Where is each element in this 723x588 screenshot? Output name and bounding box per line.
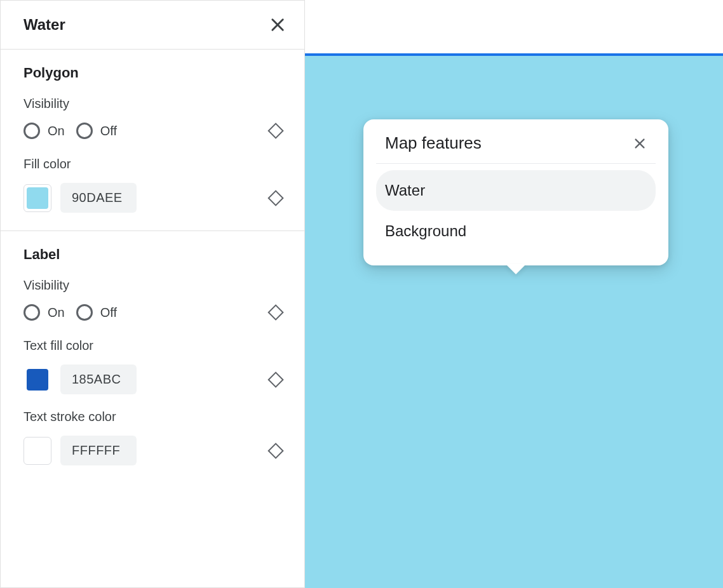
map-area: Map features Water Background	[305, 0, 723, 588]
radio-off-label: Off	[100, 124, 117, 138]
radio-on-label: On	[48, 305, 65, 320]
section-label-title: Label	[24, 246, 281, 263]
polygon-visibility-radios: On Off	[24, 123, 117, 139]
radio-icon	[76, 304, 93, 321]
radio-icon	[76, 123, 93, 139]
text-fill-color-label: Text fill color	[24, 338, 281, 353]
label-visibility-row: On Off	[24, 304, 281, 321]
section-polygon: Polygon Visibility On Off Fill color	[1, 50, 304, 231]
popup-title: Map features	[385, 133, 482, 153]
text-fill-color-row: 185ABC	[24, 364, 281, 394]
radio-off-label: Off	[100, 305, 117, 320]
map-features-popup: Map features Water Background	[363, 119, 668, 265]
polygon-fill-color-row: 90DAEE	[24, 183, 281, 213]
color-swatch-icon	[27, 440, 48, 462]
polygon-visibility-label: Visibility	[24, 97, 281, 111]
map-canvas[interactable]: Map features Water Background	[305, 56, 723, 588]
text-stroke-color-label: Text stroke color	[24, 410, 281, 424]
polygon-fill-color-swatch[interactable]	[24, 184, 51, 212]
popup-header: Map features	[376, 133, 656, 164]
panel-title: Water	[24, 16, 65, 34]
polygon-fill-color-hex[interactable]: 90DAEE	[60, 183, 137, 213]
label-visibility-on[interactable]: On	[24, 304, 65, 321]
close-icon[interactable]	[269, 16, 287, 34]
text-fill-color-controls: 185ABC	[24, 364, 137, 394]
reset-diamond-icon[interactable]	[267, 123, 283, 138]
sidebar-header: Water	[1, 1, 304, 50]
radio-icon	[24, 304, 40, 321]
section-label: Label Visibility On Off Text fill color	[1, 231, 304, 483]
polygon-fill-color-controls: 90DAEE	[24, 183, 137, 213]
text-stroke-color-controls: FFFFFF	[24, 436, 137, 465]
map-topbar	[305, 0, 723, 56]
radio-on-label: On	[48, 124, 65, 138]
reset-diamond-icon[interactable]	[267, 371, 283, 387]
polygon-fill-color-label: Fill color	[24, 157, 281, 171]
text-stroke-color-hex[interactable]: FFFFFF	[60, 436, 137, 465]
color-swatch-icon	[27, 369, 48, 391]
text-fill-color-swatch[interactable]	[24, 366, 51, 394]
text-stroke-color-swatch[interactable]	[24, 437, 51, 465]
style-sidebar: Water Polygon Visibility On Off Fill col…	[0, 0, 305, 588]
label-visibility-label: Visibility	[24, 278, 281, 293]
reset-diamond-icon[interactable]	[267, 190, 283, 206]
popup-item-background[interactable]: Background	[376, 211, 656, 251]
label-visibility-radios: On Off	[24, 304, 117, 321]
text-stroke-color-row: FFFFFF	[24, 436, 281, 465]
polygon-visibility-on[interactable]: On	[24, 123, 65, 139]
popup-item-water[interactable]: Water	[376, 170, 656, 211]
close-icon[interactable]	[633, 137, 647, 150]
color-swatch-icon	[27, 187, 48, 209]
section-polygon-title: Polygon	[24, 65, 281, 81]
radio-icon	[24, 123, 40, 139]
label-visibility-off[interactable]: Off	[76, 304, 117, 321]
reset-diamond-icon[interactable]	[267, 443, 283, 458]
reset-diamond-icon[interactable]	[267, 304, 283, 320]
text-fill-color-hex[interactable]: 185ABC	[60, 364, 137, 394]
polygon-visibility-row: On Off	[24, 123, 281, 139]
polygon-visibility-off[interactable]: Off	[76, 123, 117, 139]
